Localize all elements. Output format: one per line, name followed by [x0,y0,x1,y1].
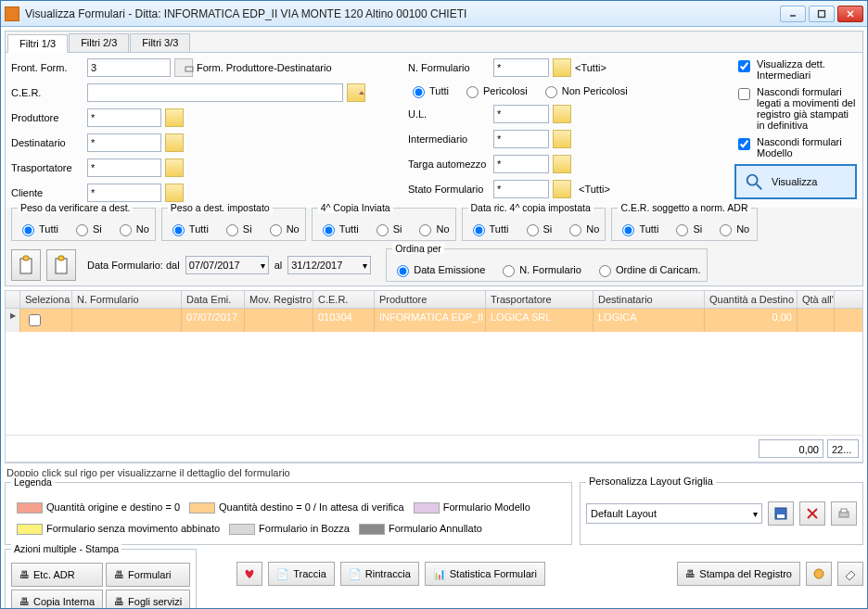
svg-rect-16 [841,509,847,513]
col-header[interactable]: C.E.R. [313,291,375,308]
label-trasportatore: Trasportatore [11,162,83,173]
nformulario-tutti: <Tutti> [575,62,606,73]
filter-tabs: Filtri 1/3 Filtri 2/3 Filtri 3/3 [6,32,862,53]
chk-nascondi-modello[interactable] [738,138,750,150]
save-layout-button[interactable] [768,501,794,526]
visualizza-button[interactable]: Visualizza [734,164,857,199]
btn-copia-interna[interactable]: 🖶 Copia Interna [11,590,103,608]
label-al: al [274,260,283,271]
legend-item: Quantità destino = 0 / In attesa di veri… [189,501,404,514]
cliente-lookup-icon[interactable] [165,184,184,202]
intermediario-input[interactable] [493,130,549,148]
clip-button-1[interactable] [11,249,41,281]
label-data-formulario: Data Formulario: dal [87,260,180,271]
radio-non-pericolosi[interactable]: Non Pericolosi [541,83,628,98]
grid-total-qty: 0,00 [759,439,823,458]
chk-vis-dett-label: Visualizza dett. Intermediari [757,58,857,81]
personalize-box: Personalizza Layout Griglia Default Layo… [580,482,863,545]
btn-gear[interactable] [806,562,832,586]
trasportatore-lookup-icon[interactable] [165,159,184,177]
stato-input[interactable] [493,180,549,198]
legend-box: Legenda Quantità origine e destino = 0Qu… [5,482,572,545]
svg-rect-10 [58,256,64,260]
label-ul: U.L. [408,108,490,120]
col-header[interactable]: Trasportatore [486,291,594,308]
col-header[interactable]: Mov. Registro [245,291,313,308]
stato-lookup-icon[interactable] [553,180,571,198]
col-header[interactable]: N. Formulario [72,291,182,308]
minimize-button[interactable] [780,6,806,22]
destinatario-lookup-icon[interactable] [165,133,184,152]
svg-rect-1 [819,10,825,17]
legend-item: Formulario Annullato [359,523,482,535]
cer-lookup[interactable] [347,83,365,102]
grid: SelezionaN. FormularioData Emi.Mov. Regi… [5,290,863,463]
cliente-input[interactable] [87,184,161,202]
label-front-form: Front. Form. [11,62,83,73]
col-header[interactable]: Destinatario [594,291,705,308]
delete-layout-button[interactable] [799,501,825,526]
radio-tutti[interactable]: Tutti [408,83,449,98]
trasportatore-input[interactable] [87,159,161,177]
window-title: Visualizza Formulari - Ditta: INFORMATIC… [25,7,780,20]
btn-traccia[interactable]: 📄 Traccia [268,562,335,586]
btn-rintraccia[interactable]: 📄 Rintraccia [340,562,419,586]
group-peso-dest: Peso a dest. impostato TuttiSiNo [161,208,306,241]
form-prod-dest-label: Form. Produttore-Destinatario [197,62,332,73]
col-header[interactable]: Produttore [375,291,486,308]
ul-lookup-icon[interactable] [553,105,571,123]
btn-statistica[interactable]: 📊 Statistica Formulari [425,562,545,586]
col-header[interactable]: Seleziona [20,291,72,308]
btn-formulari[interactable]: 🖶 Formulari [106,563,190,587]
svg-rect-8 [23,256,29,260]
front-form-lookup[interactable] [174,58,193,77]
svg-point-17 [814,569,823,578]
label-produttore: Produttore [11,112,83,123]
nformulario-lookup-icon[interactable] [553,58,571,77]
destinatario-input[interactable] [87,133,161,152]
group-ordina-per: Ordina per Data Emissione N. Formulario … [386,248,707,282]
label-cer: C.E.R. [11,87,83,98]
tab-filtri-3[interactable]: Filtri 3/3 [130,33,190,52]
close-button[interactable] [837,6,863,22]
cer-input[interactable] [87,83,343,102]
btn-heart[interactable] [236,562,262,586]
maximize-button[interactable] [809,6,835,22]
magnifier-icon [744,171,764,192]
btn-eraser[interactable] [837,562,863,586]
col-header[interactable]: Qtà all'O [798,291,835,308]
col-header[interactable]: Data Emi. [182,291,245,308]
chk-nascondi-legati[interactable] [738,88,750,100]
svg-rect-4 [185,67,193,71]
print-layout-button[interactable] [831,501,857,526]
col-header[interactable]: Quantità a Destino [705,291,798,308]
btn-etc-adr[interactable]: 🖶 Etc. ADR [11,563,103,587]
nformulario-input[interactable] [493,58,549,77]
grid-count: 22... [827,439,859,458]
date-to-input[interactable]: 31/12/2017▾ [287,256,371,274]
table-row[interactable]: ▶07/07/2017010304INFORMATICA EDP_IILOGIC… [6,309,862,332]
date-from-input[interactable]: 07/07/2017▾ [185,256,269,274]
stato-tutti: <Tutti> [579,184,610,195]
btn-fogli-servizi[interactable]: 🖶 Fogli servizi [106,590,190,608]
row-select[interactable] [29,314,41,326]
legend-item: Formulario in Bozza [229,523,350,535]
tab-filtri-2[interactable]: Filtri 2/3 [69,33,129,52]
label-stato: Stato Formulario [408,184,490,195]
col-header[interactable] [6,291,20,308]
radio-pericolosi[interactable]: Pericolosi [462,83,528,98]
produttore-lookup-icon[interactable] [165,108,184,127]
svg-line-6 [757,184,762,190]
clip-button-2[interactable] [46,249,76,281]
targa-lookup-icon[interactable] [553,155,571,173]
targa-input[interactable] [493,155,549,173]
layout-dropdown[interactable]: Default Layout▾ [586,503,762,524]
produttore-input[interactable] [87,108,161,127]
legend-item: Quantità origine e destino = 0 [17,501,180,514]
intermediario-lookup-icon[interactable] [553,130,571,148]
btn-stampa-registro[interactable]: 🖶 Stampa del Registro [677,562,800,586]
ul-input[interactable] [493,105,549,123]
chk-vis-dett[interactable] [738,60,750,72]
front-form-input[interactable] [87,58,171,77]
tab-filtri-1[interactable]: Filtri 1/3 [7,34,68,53]
